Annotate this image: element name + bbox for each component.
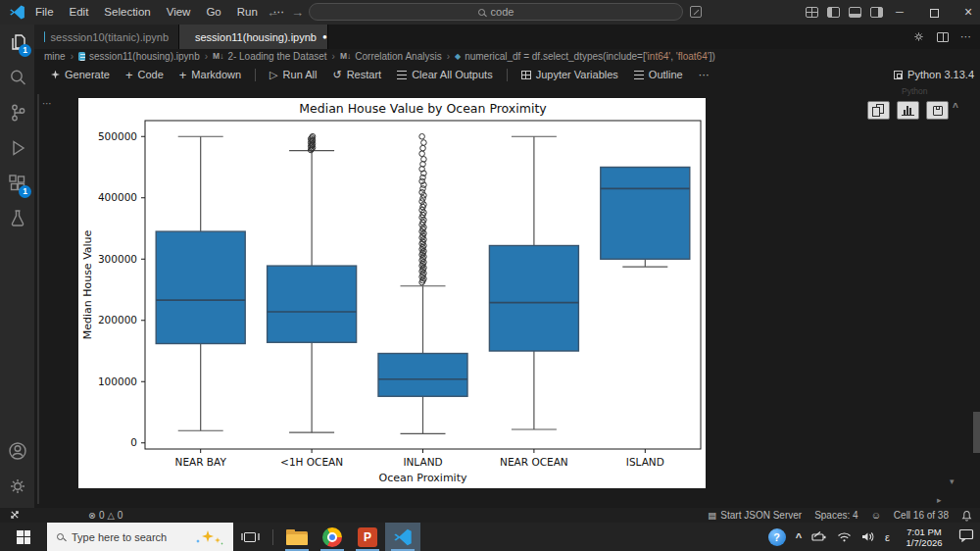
tab-label: sesssion10(titanic).ipynb [51,31,169,43]
windows-taskbar: Type here to search P ? ^ [0,523,980,551]
windows-logo-icon [17,530,30,544]
breadcrumb-section-correlation[interactable]: M↓ Correlation Analysis [340,51,442,62]
run-all-button[interactable]: ▷ Run All [263,65,323,84]
menu-file[interactable]: File [27,0,62,25]
sidebar-item-search[interactable] [0,60,34,95]
save-plot-button[interactable] [926,101,949,120]
breadcrumb: mine › session11(housing).ipynb › M↓ 2- … [34,49,980,63]
window-maximize-button[interactable] [919,0,949,25]
feedback-smiley-icon[interactable]: ☺ [871,510,881,521]
notebook-editor: Python ⋯ Median House Value by Ocean Pro… [34,86,980,508]
wifi-icon[interactable] [837,528,852,546]
menu-view[interactable]: View [159,0,199,25]
tab-session11-housing[interactable]: session11(housing).ipynb ● [179,25,328,49]
breadcrumb-root[interactable]: mine [44,51,66,62]
breadcrumb-file[interactable]: session11(housing).ipynb [78,51,200,62]
run-debug-icon [7,137,28,159]
task-view-button[interactable] [233,523,267,551]
outline-button[interactable]: Outline [627,65,690,84]
account-button[interactable] [0,433,34,469]
menu-edit[interactable]: Edit [62,0,97,25]
taskbar-app-powerpoint[interactable]: P [350,523,385,551]
restart-button[interactable]: ↺ Restart [325,65,388,84]
toggle-panel-icon[interactable] [849,7,861,18]
tab-sesssion10-titanic[interactable]: sesssion10(titanic).ipynb [34,25,179,49]
gear-icon[interactable] [912,30,925,43]
sidebar-item-testing[interactable] [0,201,34,236]
layout-controls [806,7,883,18]
notifications-bell-button[interactable] [961,510,972,522]
account-icon [7,440,28,462]
action-center-icon [958,528,974,542]
editor-scrollbar[interactable] [973,412,980,453]
svg-text:0: 0 [130,436,137,448]
help-tray-icon[interactable]: ? [768,528,786,546]
more-actions-icon[interactable]: ⋯ [960,30,972,43]
gear-icon [7,476,28,497]
titlebar: File Edit Selection View Go Run ⋯ ← → co… [0,0,980,25]
start-json-server-button[interactable]: ▤ Start JSON Server [708,510,802,521]
clock-time: 7:01 PM [906,526,941,537]
add-code-cell-button[interactable]: + Code [119,65,171,84]
breadcrumb-cell-code[interactable]: ◆ numerical_df = df.select_dtypes(includ… [455,51,715,62]
customize-layout-icon[interactable] [806,7,818,18]
kernel-picker[interactable]: Python 3.13.4 [894,63,974,86]
toggle-sidebar-icon[interactable] [827,7,840,18]
hidden-icons-chevron[interactable]: ^ [796,531,802,543]
sidebar-item-source-control[interactable] [0,95,34,130]
warning-icon: △ [108,510,115,521]
output-toolbar [867,101,949,120]
open-plot-viewer-button[interactable] [897,101,919,120]
boxplot-figure: Median House Value by Ocean Proximity010… [78,98,706,488]
menu-bar: File Edit Selection View Go Run ⋯ [27,0,292,25]
toggle-secondary-sidebar-icon[interactable] [870,7,883,18]
remote-indicator[interactable] [10,510,20,522]
command-center-query: code [491,6,514,18]
toolbar-more-icon[interactable]: ⋯ [692,65,717,84]
sidebar-item-extensions[interactable]: 1 [0,166,34,201]
taskbar-app-chrome[interactable] [315,523,350,551]
settings-button[interactable] [0,469,34,504]
cell-actions-icon[interactable]: ⋯ [42,98,53,109]
collapse-output-icon[interactable]: ^ [953,102,958,113]
folder-icon [286,529,308,545]
generate-button[interactable]: Generate [44,65,117,84]
clear-all-outputs-button[interactable]: Clear All Outputs [390,65,500,84]
split-editor-icon[interactable] [937,32,949,42]
pen-battery-icon[interactable] [811,528,827,546]
breadcrumb-section-loading[interactable]: M↓ 2- Loading the Dataset [213,51,327,62]
nav-forward-icon[interactable]: → [291,5,304,20]
taskbar-app-vscode[interactable] [385,523,420,551]
sidebar-item-run-debug[interactable] [0,130,34,166]
taskbar-search-input[interactable]: Type here to search [47,523,233,551]
add-markdown-cell-button[interactable]: + Markdown [172,65,248,84]
start-button[interactable] [0,523,47,551]
more-below-icon: ▾ [950,476,955,486]
volume-icon[interactable] [861,528,875,546]
svg-text:ISLAND: ISLAND [626,456,664,468]
menu-run[interactable]: Run [229,0,266,25]
command-center-search[interactable]: code [309,3,683,21]
window-close-button[interactable]: × [954,0,980,25]
action-center-button[interactable] [958,528,974,546]
indent-indicator[interactable]: Spaces: 4 [814,510,858,521]
search-icon [478,9,485,16]
taskbar-app-file-explorer[interactable] [279,523,315,551]
notebook-file-icon [44,31,45,42]
menu-go[interactable]: Go [198,0,228,25]
history-nav: ← → [267,0,304,25]
jupyter-variables-button[interactable]: Jupyter Variables [514,65,625,84]
command-center-aux-icon[interactable] [690,6,702,18]
copy-output-button[interactable] [867,101,890,120]
copy-icon [872,104,885,117]
nav-back-icon[interactable]: ← [267,5,279,20]
problems-indicator[interactable]: ⊗ 0 △ 0 [88,510,122,521]
window-minimize-button[interactable]: ─ [885,0,914,25]
taskbar-clock[interactable]: 7:01 PM 1/7/2026 [900,526,949,548]
cell-position-indicator[interactable]: Cell 16 of 38 [894,510,949,521]
sidebar-item-explorer[interactable]: 1 [0,25,34,60]
language-indicator[interactable]: ε [885,531,890,543]
cell-focus-bar [37,94,39,504]
menu-selection[interactable]: Selection [96,0,158,25]
unsaved-dot-icon: ● [322,32,327,41]
